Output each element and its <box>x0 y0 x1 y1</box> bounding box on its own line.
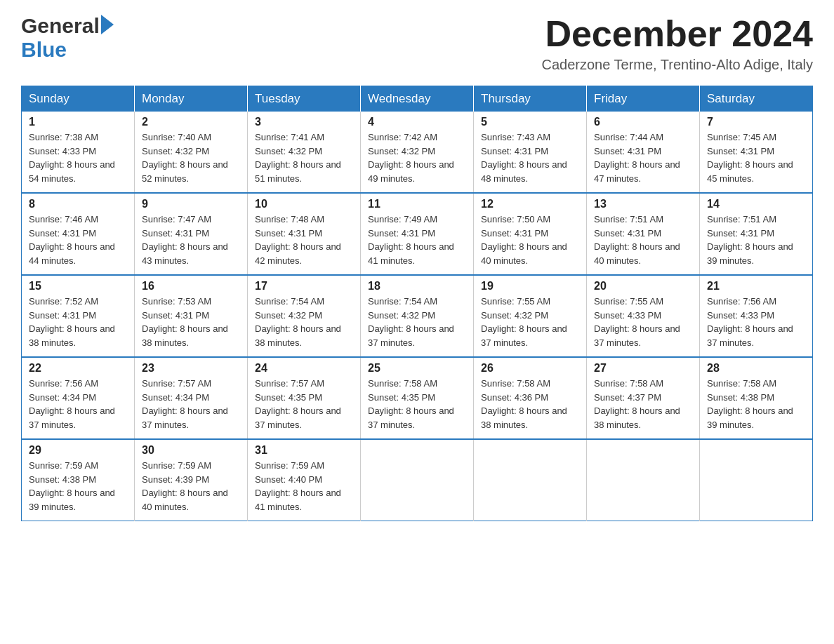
day-number: 19 <box>481 280 579 293</box>
day-number: 13 <box>594 198 692 210</box>
day-number: 10 <box>255 198 353 210</box>
day-cell <box>474 439 587 521</box>
day-number: 3 <box>255 116 353 128</box>
day-cell: 26 Sunrise: 7:58 AMSunset: 4:36 PMDaylig… <box>474 357 587 439</box>
day-info: Sunrise: 7:56 AMSunset: 4:34 PMDaylight:… <box>29 378 115 430</box>
day-info: Sunrise: 7:49 AMSunset: 4:31 PMDaylight:… <box>368 214 454 266</box>
page-header: General Blue December 2024 Caderzone Ter… <box>21 14 813 73</box>
day-cell: 7 Sunrise: 7:45 AMSunset: 4:31 PMDayligh… <box>700 112 813 193</box>
day-info: Sunrise: 7:54 AMSunset: 4:32 PMDaylight:… <box>368 296 454 348</box>
day-info: Sunrise: 7:57 AMSunset: 4:35 PMDaylight:… <box>255 378 341 430</box>
day-info: Sunrise: 7:59 AMSunset: 4:40 PMDaylight:… <box>255 460 341 512</box>
day-info: Sunrise: 7:47 AMSunset: 4:31 PMDaylight:… <box>142 214 228 266</box>
day-number: 23 <box>142 362 240 375</box>
day-cell: 27 Sunrise: 7:58 AMSunset: 4:37 PMDaylig… <box>587 357 700 439</box>
day-info: Sunrise: 7:48 AMSunset: 4:31 PMDaylight:… <box>255 214 341 266</box>
weekday-header-thursday: Thursday <box>474 86 587 112</box>
week-row-1: 1 Sunrise: 7:38 AMSunset: 4:33 PMDayligh… <box>22 112 813 193</box>
day-cell <box>700 439 813 521</box>
day-cell <box>587 439 700 521</box>
day-cell: 1 Sunrise: 7:38 AMSunset: 4:33 PMDayligh… <box>22 112 135 193</box>
day-number: 2 <box>142 116 240 128</box>
day-cell: 21 Sunrise: 7:56 AMSunset: 4:33 PMDaylig… <box>700 275 813 357</box>
day-cell: 31 Sunrise: 7:59 AMSunset: 4:40 PMDaylig… <box>248 439 361 521</box>
day-info: Sunrise: 7:58 AMSunset: 4:37 PMDaylight:… <box>594 378 680 430</box>
day-cell: 8 Sunrise: 7:46 AMSunset: 4:31 PMDayligh… <box>22 193 135 275</box>
day-info: Sunrise: 7:43 AMSunset: 4:31 PMDaylight:… <box>481 132 567 184</box>
day-number: 24 <box>255 362 353 375</box>
day-cell: 17 Sunrise: 7:54 AMSunset: 4:32 PMDaylig… <box>248 275 361 357</box>
weekday-header-wednesday: Wednesday <box>361 86 474 112</box>
logo-general: General <box>21 14 100 38</box>
logo: General Blue <box>21 14 114 62</box>
day-info: Sunrise: 7:51 AMSunset: 4:31 PMDaylight:… <box>707 214 793 266</box>
day-cell: 14 Sunrise: 7:51 AMSunset: 4:31 PMDaylig… <box>700 193 813 275</box>
day-info: Sunrise: 7:58 AMSunset: 4:35 PMDaylight:… <box>368 378 454 430</box>
day-cell: 24 Sunrise: 7:57 AMSunset: 4:35 PMDaylig… <box>248 357 361 439</box>
day-info: Sunrise: 7:38 AMSunset: 4:33 PMDaylight:… <box>29 132 115 184</box>
location-title: Caderzone Terme, Trentino-Alto Adige, It… <box>541 57 813 73</box>
day-cell: 9 Sunrise: 7:47 AMSunset: 4:31 PMDayligh… <box>135 193 248 275</box>
day-number: 11 <box>368 198 466 210</box>
day-cell: 20 Sunrise: 7:55 AMSunset: 4:33 PMDaylig… <box>587 275 700 357</box>
day-cell: 4 Sunrise: 7:42 AMSunset: 4:32 PMDayligh… <box>361 112 474 193</box>
day-number: 26 <box>481 362 579 375</box>
day-number: 1 <box>29 116 127 128</box>
weekday-header-saturday: Saturday <box>700 86 813 112</box>
day-info: Sunrise: 7:53 AMSunset: 4:31 PMDaylight:… <box>142 296 228 348</box>
day-info: Sunrise: 7:59 AMSunset: 4:38 PMDaylight:… <box>29 460 115 512</box>
day-info: Sunrise: 7:57 AMSunset: 4:34 PMDaylight:… <box>142 378 228 430</box>
day-number: 17 <box>255 280 353 293</box>
day-number: 6 <box>594 116 692 128</box>
day-cell: 19 Sunrise: 7:55 AMSunset: 4:32 PMDaylig… <box>474 275 587 357</box>
day-number: 27 <box>594 362 692 375</box>
week-row-2: 8 Sunrise: 7:46 AMSunset: 4:31 PMDayligh… <box>22 193 813 275</box>
day-info: Sunrise: 7:59 AMSunset: 4:39 PMDaylight:… <box>142 460 228 512</box>
day-number: 31 <box>255 444 353 457</box>
week-row-5: 29 Sunrise: 7:59 AMSunset: 4:38 PMDaylig… <box>22 439 813 521</box>
day-number: 8 <box>29 198 127 210</box>
week-row-4: 22 Sunrise: 7:56 AMSunset: 4:34 PMDaylig… <box>22 357 813 439</box>
day-number: 25 <box>368 362 466 375</box>
weekday-header-row: SundayMondayTuesdayWednesdayThursdayFrid… <box>22 86 813 112</box>
day-number: 7 <box>707 116 805 128</box>
title-section: December 2024 Caderzone Terme, Trentino-… <box>541 14 813 73</box>
day-cell: 22 Sunrise: 7:56 AMSunset: 4:34 PMDaylig… <box>22 357 135 439</box>
day-info: Sunrise: 7:55 AMSunset: 4:33 PMDaylight:… <box>594 296 680 348</box>
day-number: 15 <box>29 280 127 293</box>
day-cell: 6 Sunrise: 7:44 AMSunset: 4:31 PMDayligh… <box>587 112 700 193</box>
day-info: Sunrise: 7:58 AMSunset: 4:38 PMDaylight:… <box>707 378 793 430</box>
day-info: Sunrise: 7:40 AMSunset: 4:32 PMDaylight:… <box>142 132 228 184</box>
day-number: 30 <box>142 444 240 457</box>
day-number: 21 <box>707 280 805 293</box>
day-number: 9 <box>142 198 240 210</box>
weekday-header-friday: Friday <box>587 86 700 112</box>
weekday-header-sunday: Sunday <box>22 86 135 112</box>
day-cell: 18 Sunrise: 7:54 AMSunset: 4:32 PMDaylig… <box>361 275 474 357</box>
day-info: Sunrise: 7:56 AMSunset: 4:33 PMDaylight:… <box>707 296 793 348</box>
calendar-table: SundayMondayTuesdayWednesdayThursdayFrid… <box>21 86 813 521</box>
day-info: Sunrise: 7:52 AMSunset: 4:31 PMDaylight:… <box>29 296 115 348</box>
weekday-header-monday: Monday <box>135 86 248 112</box>
day-info: Sunrise: 7:55 AMSunset: 4:32 PMDaylight:… <box>481 296 567 348</box>
day-number: 12 <box>481 198 579 210</box>
day-number: 22 <box>29 362 127 375</box>
week-row-3: 15 Sunrise: 7:52 AMSunset: 4:31 PMDaylig… <box>22 275 813 357</box>
day-cell: 12 Sunrise: 7:50 AMSunset: 4:31 PMDaylig… <box>474 193 587 275</box>
day-cell: 10 Sunrise: 7:48 AMSunset: 4:31 PMDaylig… <box>248 193 361 275</box>
day-cell: 23 Sunrise: 7:57 AMSunset: 4:34 PMDaylig… <box>135 357 248 439</box>
day-info: Sunrise: 7:44 AMSunset: 4:31 PMDaylight:… <box>594 132 680 184</box>
day-number: 16 <box>142 280 240 293</box>
day-info: Sunrise: 7:51 AMSunset: 4:31 PMDaylight:… <box>594 214 680 266</box>
day-info: Sunrise: 7:46 AMSunset: 4:31 PMDaylight:… <box>29 214 115 266</box>
day-cell: 28 Sunrise: 7:58 AMSunset: 4:38 PMDaylig… <box>700 357 813 439</box>
day-cell: 16 Sunrise: 7:53 AMSunset: 4:31 PMDaylig… <box>135 275 248 357</box>
day-info: Sunrise: 7:58 AMSunset: 4:36 PMDaylight:… <box>481 378 567 430</box>
day-number: 29 <box>29 444 127 457</box>
logo-blue: Blue <box>21 38 67 62</box>
day-cell: 25 Sunrise: 7:58 AMSunset: 4:35 PMDaylig… <box>361 357 474 439</box>
day-cell: 11 Sunrise: 7:49 AMSunset: 4:31 PMDaylig… <box>361 193 474 275</box>
day-number: 20 <box>594 280 692 293</box>
month-title: December 2024 <box>541 14 813 54</box>
day-info: Sunrise: 7:41 AMSunset: 4:32 PMDaylight:… <box>255 132 341 184</box>
